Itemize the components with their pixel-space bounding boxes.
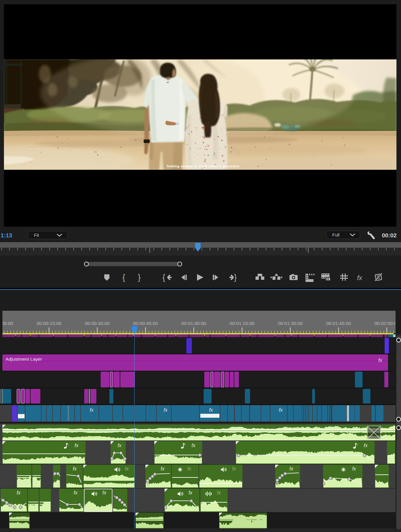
svg-text:00:01:15:00: 00:01:15:00 [230, 321, 255, 326]
svg-text:{: { [162, 273, 165, 282]
svg-text:00:01:30:00: 00:01:30:00 [278, 321, 303, 326]
svg-text:00:01:45:00: 00:01:45:00 [326, 321, 351, 326]
svg-text:}: } [138, 273, 141, 282]
svg-text:00:00:30:00: 00:00:30:00 [85, 321, 110, 326]
svg-text:00:00:45:00: 00:00:45:00 [133, 321, 158, 326]
svg-text:00:00:15:00: 00:00:15:00 [37, 321, 62, 326]
svg-text:fx: fx [357, 274, 363, 282]
svg-text:{: { [122, 273, 125, 282]
svg-text:00:01:00:00: 00:01:00:00 [181, 321, 206, 326]
svg-text:}: } [234, 273, 237, 282]
svg-text:finding solace in each other's: finding solace in each other's presence [167, 164, 240, 168]
